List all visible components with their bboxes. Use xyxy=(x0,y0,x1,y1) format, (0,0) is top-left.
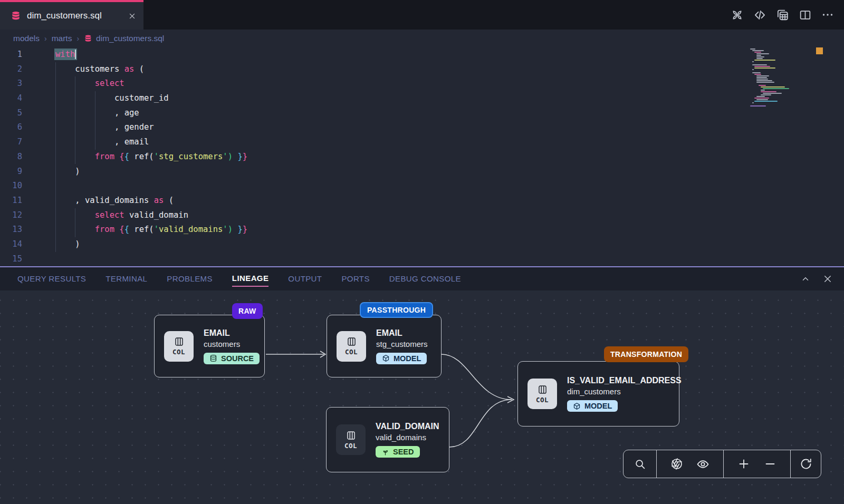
minimap-line xyxy=(754,74,761,75)
breadcrumb-item-models[interactable]: models xyxy=(13,34,40,43)
panel-tab-lineage[interactable]: LINEAGE xyxy=(232,272,268,287)
lineage-node-valid-domains[interactable]: COL VALID_DOMAIN valid_domains SEED xyxy=(326,407,449,472)
indent-guide xyxy=(55,62,56,252)
badge-label: SEED xyxy=(393,448,414,456)
panel-tab-terminal[interactable]: TERMINAL xyxy=(106,272,147,286)
minimap-line xyxy=(752,61,754,62)
col-label: COL xyxy=(344,442,357,450)
line-number: 5 xyxy=(0,106,37,121)
line-number: 3 xyxy=(0,76,37,91)
code-line: 7 , email xyxy=(0,135,844,150)
columns-icon xyxy=(174,336,185,347)
code-text: ) xyxy=(37,164,80,179)
aperture-icon[interactable] xyxy=(670,458,683,470)
query-preview-icon[interactable] xyxy=(775,8,789,22)
column-name: IS_VALID_EMAIL_ADDRESS xyxy=(567,376,682,385)
code-line: 15 xyxy=(0,252,844,266)
minimap-line xyxy=(754,67,775,69)
panel-tabs: QUERY RESULTSTERMINALPROBLEMSLINEAGEOUTP… xyxy=(17,272,461,287)
breadcrumb-separator: › xyxy=(76,34,79,43)
minimap-line xyxy=(756,56,764,57)
more-actions-icon[interactable] xyxy=(821,8,835,22)
line-number: 14 xyxy=(0,237,37,252)
line-number: 7 xyxy=(0,135,37,150)
code-line: 1with xyxy=(0,47,844,62)
column-icon: COL xyxy=(528,379,557,409)
search-icon[interactable] xyxy=(634,458,646,470)
minimap-line xyxy=(763,88,789,89)
breadcrumb: models › marts › dim_customers.sql xyxy=(0,30,844,47)
breadcrumb-item-marts[interactable]: marts xyxy=(52,34,72,43)
app-window: dim_customers.sql xyxy=(0,0,844,504)
column-name: EMAIL xyxy=(204,328,260,338)
code-text xyxy=(37,252,55,266)
minimap-line xyxy=(756,58,763,59)
node-type-badge-seed: SEED xyxy=(376,446,420,458)
code-text: from {{ ref('stg_customers') }} xyxy=(37,150,247,164)
editor-tab-dim-customers[interactable]: dim_customers.sql xyxy=(0,0,143,30)
dbt-power-user-icon[interactable] xyxy=(730,8,744,22)
column-name: EMAIL xyxy=(376,328,428,338)
line-number: 4 xyxy=(0,91,37,106)
code-text: , valid_domains as ( xyxy=(37,193,174,208)
node-type-badge-source: SOURCE xyxy=(204,353,260,364)
columns-icon xyxy=(537,384,548,395)
refresh-icon[interactable] xyxy=(800,458,812,470)
panel-tab-ports[interactable]: PORTS xyxy=(341,272,369,286)
code-line: 8 from {{ ref('stg_customers') }} xyxy=(0,150,844,164)
sprout-icon xyxy=(381,448,389,456)
minimap-line xyxy=(754,52,761,53)
line-number: 13 xyxy=(0,222,37,237)
maximize-panel-icon[interactable] xyxy=(801,274,810,284)
minimap[interactable] xyxy=(749,49,810,128)
lineage-node-customers[interactable]: COL EMAIL customers SOURCE xyxy=(154,315,265,377)
code-text: , email xyxy=(37,135,149,150)
breadcrumb-file-label: dim_customers.sql xyxy=(96,34,164,43)
columns-icon xyxy=(346,430,357,441)
zoom-in-icon[interactable] xyxy=(737,458,750,470)
code-text xyxy=(37,179,55,193)
open-compiled-code-icon[interactable] xyxy=(753,8,766,22)
minimap-line xyxy=(754,101,778,102)
editor-actions xyxy=(730,0,835,30)
lineage-node-dim-customers[interactable]: COL IS_VALID_EMAIL_ADDRESS dim_customers… xyxy=(517,361,679,427)
col-label: COL xyxy=(345,348,358,356)
split-editor-icon[interactable] xyxy=(798,8,812,22)
minimap-line xyxy=(754,98,769,99)
line-number: 12 xyxy=(0,208,37,223)
overview-ruler-marker xyxy=(816,47,823,54)
panel-header: QUERY RESULTSTERMINALPROBLEMSLINEAGEOUTP… xyxy=(0,267,844,290)
lineage-node-stg-customers[interactable]: COL EMAIL stg_customers MODEL xyxy=(327,315,442,377)
minimap-line xyxy=(756,80,772,81)
code-editor[interactable]: 1with2 customers as (3 select4 customer_… xyxy=(0,47,844,266)
line-number: 15 xyxy=(0,252,37,266)
line-number: 11 xyxy=(0,193,37,208)
line-number: 6 xyxy=(0,120,37,135)
minimap-line xyxy=(756,75,769,76)
cube-icon xyxy=(573,402,581,410)
panel-tab-output[interactable]: OUTPUT xyxy=(288,272,322,286)
indent-guide xyxy=(95,91,95,150)
panel-tab-debug-console[interactable]: DEBUG CONSOLE xyxy=(389,272,461,286)
minimap-line xyxy=(750,49,755,50)
lineage-canvas[interactable]: RAW PASSTHROUGH TRANSFORMATION COL EMAIL… xyxy=(0,290,844,504)
minimap-line xyxy=(756,79,768,80)
minimap-line xyxy=(756,96,765,97)
line-number: 2 xyxy=(0,62,37,77)
minimap-line xyxy=(752,50,764,51)
code-text: customer_id xyxy=(37,91,169,106)
minimap-line xyxy=(761,91,776,92)
minimap-line xyxy=(761,94,771,95)
code-line: 10 xyxy=(0,179,844,193)
panel-tab-problems[interactable]: PROBLEMS xyxy=(167,272,213,286)
zoom-out-icon[interactable] xyxy=(764,458,776,470)
badge-label: SOURCE xyxy=(221,354,254,363)
line-number: 10 xyxy=(0,179,37,193)
tab-close-icon[interactable] xyxy=(128,12,136,20)
close-panel-icon[interactable] xyxy=(823,274,832,284)
eye-icon[interactable] xyxy=(696,458,709,471)
editor-tab-bar: dim_customers.sql xyxy=(0,0,844,30)
panel-tab-query-results[interactable]: QUERY RESULTS xyxy=(17,272,86,286)
minimap-line xyxy=(752,64,767,65)
breadcrumb-item-file[interactable]: dim_customers.sql xyxy=(84,34,164,43)
